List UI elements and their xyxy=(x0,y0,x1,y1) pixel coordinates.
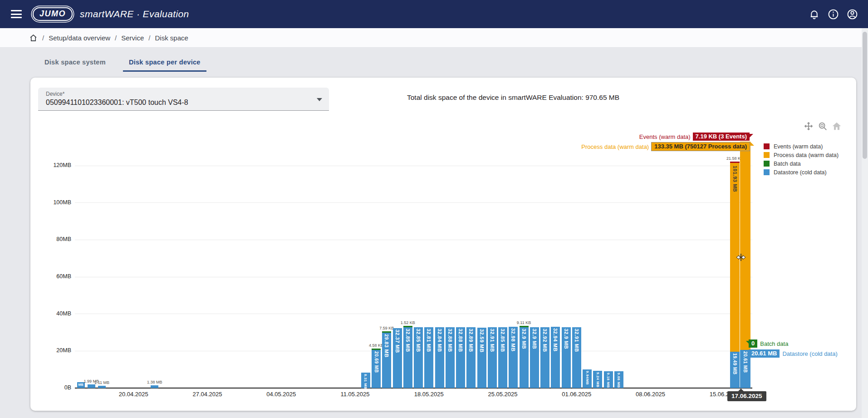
tooltip-events: Events (warm data) 7.19 KB (3 Events) xyxy=(639,133,750,141)
bar-value-label: 32.88 MB xyxy=(458,329,463,352)
bar-segment-datastore: 32.88 MB xyxy=(456,327,465,388)
chart-bar[interactable]: 9.24 MB xyxy=(593,371,602,388)
tooltip-events-value: 7.19 KB (3 Events) xyxy=(693,133,750,141)
bar-segment-datastore: 32.9 MB xyxy=(562,327,571,388)
bar-segment-datastore: 20.69 MB xyxy=(372,350,381,388)
chart-bar[interactable]: 9.18 MB xyxy=(604,371,613,388)
bar-segment-datastore: 9.08 MB xyxy=(614,371,623,388)
chart-bar[interactable]: 32.91 MB xyxy=(488,327,497,388)
chart-bar[interactable]: 20.69 MB4.58 KB xyxy=(372,349,381,388)
chart-bar[interactable]: 101.93 MB19.49 MB21.58 KB xyxy=(730,162,740,388)
bar-value-label: 101.93 MB xyxy=(732,166,738,192)
bar-segment-datastore: 32.81 MB xyxy=(424,327,433,388)
bar-segment-datastore: 32.37 MB xyxy=(393,328,402,388)
chart-bar[interactable]: 32.89 MB xyxy=(466,327,476,388)
breadcrumb-separator: / xyxy=(115,34,117,42)
bar-segment-datastore: 32.84 MB xyxy=(435,327,444,388)
bar-segment-process xyxy=(740,142,750,350)
bar-segment-batch xyxy=(382,331,391,333)
bar-value-label: 9.24 MB xyxy=(596,372,600,388)
chart-bar[interactable]: 29.83 MB7.59 KB xyxy=(382,331,391,388)
bar-segment-datastore: 32.59 MB xyxy=(477,328,486,388)
breadcrumb-item-service[interactable]: Service xyxy=(121,34,144,42)
bar-value-label: 32.94 MB xyxy=(553,328,558,352)
chart-bar[interactable]: 32.92 MB xyxy=(540,327,549,388)
horizontal-resize-cursor-icon xyxy=(736,254,746,261)
bar-value-label: 32.59 MB xyxy=(479,329,485,353)
bar-value-label: 20.61 MB xyxy=(743,351,748,373)
jumo-logo: JUMO xyxy=(33,7,73,21)
bar-value-label: 8.31 MB xyxy=(363,374,368,389)
chart-bar[interactable]: 32.98 MB xyxy=(509,327,518,388)
bar-segment-datastore: 32.88 MB xyxy=(446,327,455,388)
scrollbar-thumb[interactable] xyxy=(863,32,867,159)
bar-value-label: 32.91 MB xyxy=(490,329,495,352)
date-tooltip: 17.06.2025 xyxy=(727,391,766,401)
bar-value-label: 32.98 MB xyxy=(510,328,516,352)
bar-segment-datastore: 8.31 MB xyxy=(361,373,370,388)
chart-bar[interactable]: 1.38 MB xyxy=(151,385,158,388)
chart-bar[interactable]: 8.31 MB xyxy=(361,373,370,388)
chart-bar[interactable]: 32.37 MB xyxy=(393,328,402,388)
breadcrumb-item-setup-data-overview[interactable]: Setup/data overview xyxy=(49,34,110,42)
bar-value-label: 32.9 MB xyxy=(564,329,569,349)
x-axis-tick-label: 25.05.2025 xyxy=(478,391,528,398)
tooltip-batch-label: Batch data xyxy=(760,340,788,347)
bar-value-label: 32.9 MB xyxy=(532,329,537,349)
chart-bar[interactable]: 32.85 MB xyxy=(414,327,423,388)
disk-space-card: Device* 0509941101023360001: vT500 touch… xyxy=(30,78,856,411)
chart-bar[interactable]: 9.08 MB xyxy=(614,371,623,388)
chart-bar[interactable]: 32.94 MB xyxy=(551,327,560,388)
bar-value-label: 32.37 MB xyxy=(395,329,400,353)
chart-bar[interactable]: 32.91 MB xyxy=(572,327,581,388)
chart-bar[interactable]: 1.11 MB xyxy=(98,386,106,388)
page-scrollbar[interactable] xyxy=(862,28,868,418)
chart-bar[interactable]: 32.59 MB xyxy=(477,328,486,388)
bar-segment-datastore: 9.94MB xyxy=(583,369,592,388)
bar-segment-datastore: 29.83 MB xyxy=(382,333,391,388)
y-axis-tick-label: 80MB xyxy=(38,236,71,242)
chart-bar[interactable]: 32.84 MB xyxy=(435,327,444,388)
chart-bar[interactable]: 32.85 MB xyxy=(498,327,507,388)
bar-segment-datastore: 32.9 MB xyxy=(530,327,539,388)
chart-bar[interactable]: 32.85 MB1.52 KB xyxy=(403,326,412,388)
chart-bar[interactable]: 9.94MB xyxy=(583,369,592,388)
x-axis-tick-label: 04.05.2025 xyxy=(256,391,306,398)
bar-top-label: 9.11 KB xyxy=(517,320,531,325)
tooltip-process-value: 133.35 MB (750127 Process data) xyxy=(651,142,750,151)
chart-bar[interactable]: 32.88 MB xyxy=(456,327,465,388)
chart-bar[interactable]: 32.9 MB xyxy=(530,327,539,388)
tab-bar: Disk space system Disk space per device xyxy=(39,54,206,72)
bar-top-label: 1.38 MB xyxy=(147,380,162,384)
notifications-bell-icon[interactable] xyxy=(809,9,820,20)
x-axis-tick-label: 01.06.2025 xyxy=(552,391,602,398)
chart-bar[interactable]: 32.81 MB xyxy=(424,327,433,388)
gridline xyxy=(75,314,752,314)
bar-value-label: 32.81 MB xyxy=(426,329,432,352)
breadcrumb-item-disk-space[interactable]: Disk space xyxy=(155,34,188,42)
tooltip-pointer xyxy=(750,142,754,146)
bar-segment-datastore: 32.92 MB xyxy=(540,327,549,388)
tab-disk-space-system[interactable]: Disk space system xyxy=(39,54,112,72)
bar-segment-datastore: 9.24 MB xyxy=(593,371,602,388)
y-axis-tick-label: 100MB xyxy=(38,199,71,206)
chart-bar[interactable]: 32.9 MB9.11 KB xyxy=(520,326,529,388)
x-axis-tick-label: 08.06.2025 xyxy=(626,391,676,398)
bar-segment-datastore: 32.98 MB xyxy=(509,327,518,388)
tab-disk-space-per-device[interactable]: Disk space per device xyxy=(123,54,206,72)
breadcrumb: / Setup/data overview / Service / Disk s… xyxy=(0,28,868,48)
bar-value-label: 19.49 MB xyxy=(732,353,737,374)
bar-segment-datastore: 32.91 MB xyxy=(572,327,581,388)
chart-bar[interactable]: 32.9 MB xyxy=(562,327,571,388)
home-icon[interactable] xyxy=(29,34,38,42)
y-axis-tick-label: 120MB xyxy=(38,162,71,168)
tooltip-arrow-icon xyxy=(738,388,744,391)
bar-value-label: 9.94MB xyxy=(585,371,589,385)
menu-icon[interactable] xyxy=(11,10,22,18)
account-icon[interactable] xyxy=(847,9,858,20)
info-icon[interactable] xyxy=(828,9,839,20)
gridline xyxy=(75,166,752,166)
breadcrumb-separator: / xyxy=(42,34,44,42)
chart-bar[interactable]: 32.88 MB xyxy=(446,327,455,388)
bar-value-label: 32.92 MB xyxy=(542,329,548,352)
